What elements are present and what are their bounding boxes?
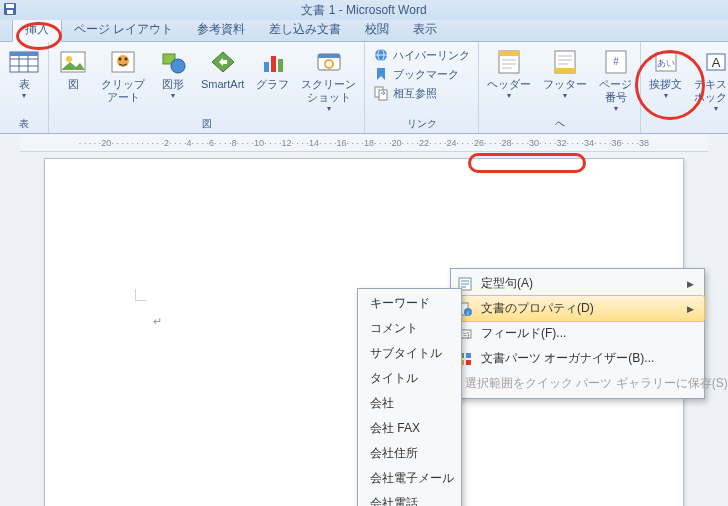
prop-comment[interactable]: コメント [358, 316, 461, 341]
greeting-button[interactable]: あい 挨拶文 ▾ [645, 44, 686, 102]
dropdown-arrow-icon: ▾ [664, 91, 668, 100]
footer-icon [549, 46, 581, 78]
textbox-icon: A [700, 46, 728, 78]
screenshot-label: スクリーン ショット [301, 78, 356, 104]
group-text: あい 挨拶文 ▾ A テキスト ボックス ▾ クイック パーツ ▾ A ワード [641, 42, 728, 133]
bookmark-label: ブックマーク [393, 67, 459, 82]
submenu-arrow-icon: ▶ [687, 279, 694, 289]
svg-text:A: A [712, 55, 721, 70]
menu-field-label: フィールド(F)... [481, 325, 566, 342]
tab-page-layout[interactable]: ページ レイアウト [62, 18, 185, 41]
pagenum-button[interactable]: # ページ 番号 ▾ [595, 44, 636, 115]
table-label: 表 [19, 78, 30, 91]
svg-text:あい: あい [657, 58, 675, 68]
table-button[interactable]: 表 ▾ [4, 44, 44, 102]
svg-rect-60 [466, 353, 471, 358]
header-icon [493, 46, 525, 78]
prop-companyphone[interactable]: 会社電話 [358, 491, 461, 506]
margin-marker [135, 289, 147, 301]
menu-autotext[interactable]: 定型句(A) ▶ [451, 271, 704, 296]
clipart-button[interactable]: クリップ アート [97, 44, 149, 106]
prop-companyaddr[interactable]: 会社住所 [358, 441, 461, 466]
submenu-arrow-icon: ▶ [687, 304, 694, 314]
picture-button[interactable]: 図 [53, 44, 93, 93]
dropdown-arrow-icon: ▾ [327, 104, 331, 113]
menu-save-label: 選択範囲をクイック パーツ ギャラリーに保存(S)... [465, 375, 728, 392]
prop-company[interactable]: 会社 [358, 391, 461, 416]
tab-mailings[interactable]: 差し込み文書 [257, 18, 353, 41]
dropdown-arrow-icon: ▾ [563, 91, 567, 100]
save-icon[interactable] [2, 1, 18, 17]
menu-organizer[interactable]: 文書パーツ オーガナイザー(B)... [451, 346, 704, 371]
screenshot-icon [313, 46, 345, 78]
header-label: ヘッダー [487, 78, 531, 91]
tab-insert[interactable]: 挿入 [12, 17, 62, 42]
screenshot-button[interactable]: スクリーン ショット ▾ [297, 44, 360, 115]
hyperlink-icon [373, 47, 389, 63]
hyperlink-button[interactable]: ハイパーリンク [369, 46, 474, 64]
smartart-button[interactable]: SmartArt [197, 44, 248, 93]
shapes-icon [157, 46, 189, 78]
group-links: ハイパーリンク ブックマーク 相互参照 リンク [365, 42, 479, 133]
crossref-label: 相互参照 [393, 86, 437, 101]
svg-rect-34 [555, 68, 575, 73]
ribbon-tabs: 挿入 ページ レイアウト 参考資料 差し込み文書 校閲 表示 [0, 20, 728, 42]
group-text-label [645, 119, 728, 133]
menu-autotext-label: 定型句(A) [481, 275, 533, 292]
chart-label: グラフ [256, 78, 289, 91]
shapes-button[interactable]: 図形 ▾ [153, 44, 193, 102]
crossref-button[interactable]: 相互参照 [369, 84, 474, 102]
pagenum-icon: # [600, 46, 632, 78]
smartart-label: SmartArt [201, 78, 244, 91]
svg-text:i: i [467, 310, 468, 316]
menu-field[interactable]: {=} フィールド(F)... [451, 321, 704, 346]
svg-point-10 [66, 56, 72, 62]
prop-companyemail[interactable]: 会社電子メール [358, 466, 461, 491]
crossref-icon [373, 85, 389, 101]
chart-button[interactable]: グラフ [252, 44, 293, 93]
svg-text:{=}: {=} [461, 331, 470, 339]
svg-text:#: # [613, 56, 619, 67]
header-button[interactable]: ヘッダー ▾ [483, 44, 535, 102]
svg-point-13 [119, 58, 122, 61]
prop-subtitle[interactable]: サブタイトル [358, 341, 461, 366]
svg-point-16 [171, 59, 185, 73]
bookmark-button[interactable]: ブックマーク [369, 65, 474, 83]
svg-rect-8 [10, 52, 38, 56]
dropdown-arrow-icon: ▾ [171, 91, 175, 100]
svg-rect-19 [278, 59, 283, 72]
prop-keyword[interactable]: キーワード [358, 291, 461, 316]
paragraph-mark-icon: ↵ [153, 315, 162, 328]
clipart-icon [107, 46, 139, 78]
svg-rect-1 [6, 4, 14, 8]
menu-docproperty[interactable]: i 文書のプロパティ(D) ▶ [451, 296, 704, 321]
title-bar: 文書 1 - Microsoft Word [0, 0, 728, 20]
clipart-label: クリップ アート [101, 78, 145, 104]
document-area: · · · · ·20· · · · · · · · · · ·2· · · ·… [0, 134, 728, 506]
ruler-scale: · · · · ·20· · · · · · · · · · ·2· · · ·… [79, 138, 649, 148]
dropdown-arrow-icon: ▾ [22, 91, 26, 100]
group-illustrations-label: 図 [53, 116, 360, 133]
group-links-label: リンク [369, 116, 474, 133]
textbox-button[interactable]: A テキスト ボックス ▾ [690, 44, 728, 115]
prop-companyfax[interactable]: 会社 FAX [358, 416, 461, 441]
tab-view[interactable]: 表示 [401, 18, 449, 41]
tab-references[interactable]: 参考資料 [185, 18, 257, 41]
svg-rect-62 [466, 360, 471, 365]
group-headerfooter: ヘッダー ▾ フッター ▾ # ページ 番号 ▾ ヘ [479, 42, 641, 133]
group-tables-label: 表 [4, 116, 44, 133]
group-tables: 表 ▾ 表 [0, 42, 49, 133]
pagenum-label: ページ 番号 [599, 78, 632, 104]
svg-rect-2 [7, 10, 13, 14]
horizontal-ruler[interactable]: · · · · ·20· · · · · · · · · · ·2· · · ·… [20, 134, 708, 152]
svg-rect-29 [499, 51, 519, 56]
tab-review[interactable]: 校閲 [353, 18, 401, 41]
smartart-icon [207, 46, 239, 78]
footer-label: フッター [543, 78, 587, 91]
prop-title[interactable]: タイトル [358, 366, 461, 391]
dropdown-arrow-icon: ▾ [614, 104, 618, 113]
textbox-label: テキスト ボックス [694, 78, 728, 104]
footer-button[interactable]: フッター ▾ [539, 44, 591, 102]
quickparts-menu: 定型句(A) ▶ i 文書のプロパティ(D) ▶ {=} フィールド(F)...… [450, 268, 705, 399]
group-illustrations: 図 クリップ アート 図形 ▾ SmartArt グラフ スクリーン ショ [49, 42, 365, 133]
